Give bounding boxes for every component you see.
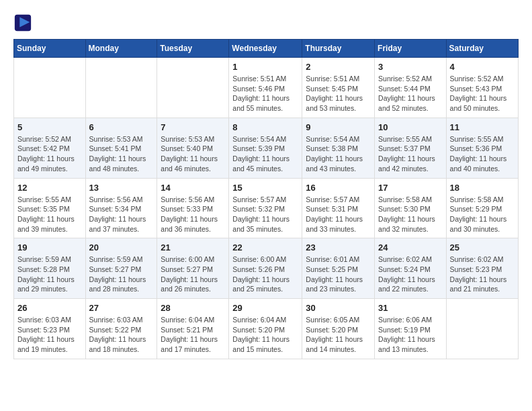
header	[13, 13, 519, 32]
header-cell-tuesday: Tuesday	[157, 40, 229, 58]
header-cell-friday: Friday	[375, 40, 447, 58]
day-number: 22	[232, 242, 298, 253]
day-number: 18	[450, 183, 515, 193]
calendar-cell: 30Sunrise: 6:05 AM Sunset: 5:20 PM Dayli…	[302, 299, 375, 359]
calendar-cell: 16Sunrise: 5:57 AM Sunset: 5:31 PM Dayli…	[302, 178, 375, 238]
day-number: 10	[378, 122, 443, 132]
day-number: 31	[378, 303, 443, 313]
day-number: 14	[161, 183, 225, 193]
calendar-cell: 14Sunrise: 5:56 AM Sunset: 5:33 PM Dayli…	[157, 178, 229, 238]
day-number: 5	[17, 122, 82, 132]
day-detail: Sunrise: 6:04 AM Sunset: 5:21 PM Dayligh…	[161, 315, 225, 355]
day-detail: Sunrise: 6:03 AM Sunset: 5:22 PM Dayligh…	[89, 315, 154, 355]
week-row-4: 19Sunrise: 5:59 AM Sunset: 5:28 PM Dayli…	[14, 238, 519, 299]
calendar-cell: 19Sunrise: 5:59 AM Sunset: 5:28 PM Dayli…	[14, 238, 86, 299]
week-row-1: 1Sunrise: 5:51 AM Sunset: 5:46 PM Daylig…	[14, 58, 519, 118]
week-row-2: 5Sunrise: 5:52 AM Sunset: 5:42 PM Daylig…	[14, 118, 519, 178]
calendar-cell: 27Sunrise: 6:03 AM Sunset: 5:22 PM Dayli…	[85, 299, 157, 359]
calendar-cell: 4Sunrise: 5:52 AM Sunset: 5:43 PM Daylig…	[446, 58, 518, 118]
day-detail: Sunrise: 5:55 AM Sunset: 5:36 PM Dayligh…	[450, 134, 515, 174]
day-detail: Sunrise: 6:02 AM Sunset: 5:23 PM Dayligh…	[450, 255, 515, 294]
day-detail: Sunrise: 5:59 AM Sunset: 5:28 PM Dayligh…	[17, 255, 82, 294]
calendar-cell: 25Sunrise: 6:02 AM Sunset: 5:23 PM Dayli…	[446, 238, 518, 299]
calendar-cell: 8Sunrise: 5:54 AM Sunset: 5:39 PM Daylig…	[229, 118, 302, 178]
day-number: 30	[306, 303, 371, 313]
day-detail: Sunrise: 5:55 AM Sunset: 5:35 PM Dayligh…	[17, 195, 82, 234]
calendar-cell: 7Sunrise: 5:53 AM Sunset: 5:40 PM Daylig…	[157, 118, 229, 178]
calendar-cell: 26Sunrise: 6:03 AM Sunset: 5:23 PM Dayli…	[14, 299, 86, 359]
day-number: 27	[89, 303, 154, 313]
calendar-cell: 9Sunrise: 5:54 AM Sunset: 5:38 PM Daylig…	[302, 118, 375, 178]
day-number: 21	[161, 242, 225, 253]
calendar-cell: 15Sunrise: 5:57 AM Sunset: 5:32 PM Dayli…	[229, 178, 302, 238]
header-cell-thursday: Thursday	[302, 40, 375, 58]
day-detail: Sunrise: 6:06 AM Sunset: 5:19 PM Dayligh…	[378, 315, 443, 355]
day-detail: Sunrise: 6:01 AM Sunset: 5:25 PM Dayligh…	[306, 255, 371, 294]
calendar-cell: 28Sunrise: 6:04 AM Sunset: 5:21 PM Dayli…	[157, 299, 229, 359]
day-number: 23	[306, 242, 371, 253]
logo	[13, 13, 35, 32]
day-detail: Sunrise: 6:03 AM Sunset: 5:23 PM Dayligh…	[17, 315, 82, 355]
day-detail: Sunrise: 5:52 AM Sunset: 5:44 PM Dayligh…	[378, 74, 443, 113]
calendar-cell: 3Sunrise: 5:52 AM Sunset: 5:44 PM Daylig…	[375, 58, 447, 118]
calendar-cell	[446, 299, 518, 359]
day-number: 25	[450, 242, 515, 253]
calendar-cell: 29Sunrise: 6:04 AM Sunset: 5:20 PM Dayli…	[229, 299, 302, 359]
day-detail: Sunrise: 5:54 AM Sunset: 5:39 PM Dayligh…	[232, 134, 298, 174]
day-number: 4	[450, 62, 515, 72]
day-number: 26	[17, 303, 82, 313]
calendar-cell: 18Sunrise: 5:58 AM Sunset: 5:29 PM Dayli…	[446, 178, 518, 238]
day-number: 11	[450, 122, 515, 132]
calendar-cell	[14, 58, 86, 118]
day-detail: Sunrise: 6:00 AM Sunset: 5:27 PM Dayligh…	[161, 255, 225, 294]
day-detail: Sunrise: 5:59 AM Sunset: 5:27 PM Dayligh…	[89, 255, 154, 294]
day-number: 17	[378, 183, 443, 193]
day-detail: Sunrise: 6:02 AM Sunset: 5:24 PM Dayligh…	[378, 255, 443, 294]
calendar-cell: 6Sunrise: 5:53 AM Sunset: 5:41 PM Daylig…	[85, 118, 157, 178]
calendar-cell: 13Sunrise: 5:56 AM Sunset: 5:34 PM Dayli…	[85, 178, 157, 238]
day-number: 1	[232, 62, 298, 72]
day-number: 12	[17, 183, 82, 193]
day-number: 15	[232, 183, 298, 193]
day-detail: Sunrise: 5:53 AM Sunset: 5:40 PM Dayligh…	[161, 134, 225, 174]
day-number: 8	[232, 122, 298, 132]
day-detail: Sunrise: 5:52 AM Sunset: 5:42 PM Dayligh…	[17, 134, 82, 174]
logo-icon	[13, 13, 32, 32]
day-detail: Sunrise: 5:51 AM Sunset: 5:46 PM Dayligh…	[232, 74, 298, 113]
day-detail: Sunrise: 5:54 AM Sunset: 5:38 PM Dayligh…	[306, 134, 371, 174]
calendar-cell: 22Sunrise: 6:00 AM Sunset: 5:26 PM Dayli…	[229, 238, 302, 299]
calendar-cell: 11Sunrise: 5:55 AM Sunset: 5:36 PM Dayli…	[446, 118, 518, 178]
calendar-table: SundayMondayTuesdayWednesdayThursdayFrid…	[13, 39, 519, 359]
week-row-5: 26Sunrise: 6:03 AM Sunset: 5:23 PM Dayli…	[14, 299, 519, 359]
day-detail: Sunrise: 5:57 AM Sunset: 5:31 PM Dayligh…	[306, 195, 371, 234]
header-row: SundayMondayTuesdayWednesdayThursdayFrid…	[14, 40, 519, 58]
week-row-3: 12Sunrise: 5:55 AM Sunset: 5:35 PM Dayli…	[14, 178, 519, 238]
day-detail: Sunrise: 6:05 AM Sunset: 5:20 PM Dayligh…	[306, 315, 371, 355]
day-detail: Sunrise: 5:58 AM Sunset: 5:30 PM Dayligh…	[378, 195, 443, 234]
header-cell-sunday: Sunday	[14, 40, 86, 58]
calendar-cell: 10Sunrise: 5:55 AM Sunset: 5:37 PM Dayli…	[375, 118, 447, 178]
header-cell-saturday: Saturday	[446, 40, 518, 58]
day-number: 19	[17, 242, 82, 253]
calendar-cell	[157, 58, 229, 118]
day-detail: Sunrise: 5:53 AM Sunset: 5:41 PM Dayligh…	[89, 134, 154, 174]
day-number: 6	[89, 122, 154, 132]
day-number: 20	[89, 242, 154, 253]
day-number: 29	[232, 303, 298, 313]
day-number: 13	[89, 183, 154, 193]
calendar-cell: 1Sunrise: 5:51 AM Sunset: 5:46 PM Daylig…	[229, 58, 302, 118]
day-detail: Sunrise: 6:00 AM Sunset: 5:26 PM Dayligh…	[232, 255, 298, 294]
day-number: 7	[161, 122, 225, 132]
day-detail: Sunrise: 5:56 AM Sunset: 5:33 PM Dayligh…	[161, 195, 225, 234]
day-detail: Sunrise: 5:56 AM Sunset: 5:34 PM Dayligh…	[89, 195, 154, 234]
day-number: 16	[306, 183, 371, 193]
day-detail: Sunrise: 6:04 AM Sunset: 5:20 PM Dayligh…	[232, 315, 298, 355]
calendar-cell	[85, 58, 157, 118]
calendar-cell: 5Sunrise: 5:52 AM Sunset: 5:42 PM Daylig…	[14, 118, 86, 178]
day-number: 2	[306, 62, 371, 72]
header-cell-wednesday: Wednesday	[229, 40, 302, 58]
day-number: 24	[378, 242, 443, 253]
calendar-cell: 17Sunrise: 5:58 AM Sunset: 5:30 PM Dayli…	[375, 178, 447, 238]
header-cell-monday: Monday	[85, 40, 157, 58]
day-detail: Sunrise: 5:52 AM Sunset: 5:43 PM Dayligh…	[450, 74, 515, 113]
